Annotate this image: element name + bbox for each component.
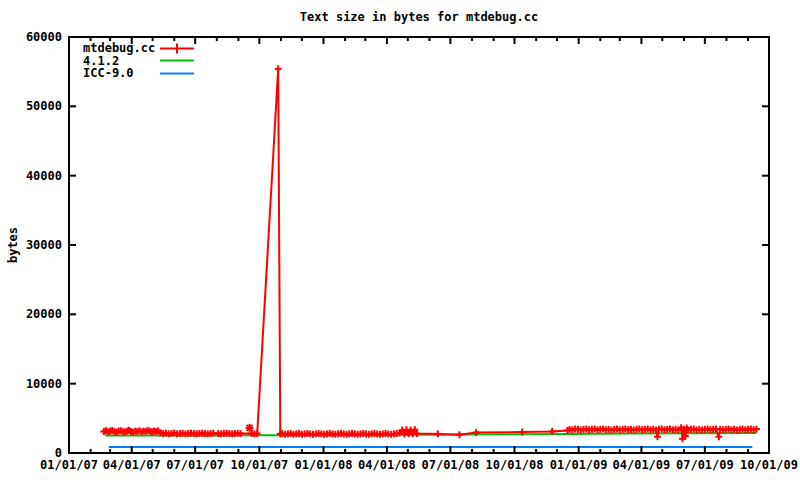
x-tick-label: 10/01/09 (740, 458, 798, 472)
x-tick-label: 01/01/07 (40, 458, 98, 472)
chart-title: Text size in bytes for mtdebug.cc (69, 10, 769, 24)
x-tick-label: 01/01/08 (295, 458, 353, 472)
y-axis-title: bytes (6, 227, 20, 263)
legend-sample-line (160, 42, 194, 55)
y-tick-label: 20000 (26, 307, 62, 321)
y-tick-label: 50000 (26, 99, 62, 113)
plot-border (69, 37, 769, 453)
x-tick-label: 10/01/07 (230, 458, 288, 472)
legend-sample-line (160, 67, 194, 80)
legend-item-0: mtdebug.cc (83, 42, 194, 55)
legend: mtdebug.cc4.1.2ICC-9.0 (83, 42, 194, 80)
x-tick-label: 07/01/08 (421, 458, 479, 472)
x-tick-label: 07/01/09 (676, 458, 734, 472)
y-tick-label: 40000 (26, 169, 62, 183)
x-tick-label: 04/01/08 (358, 458, 416, 472)
y-tick-label: 10000 (26, 377, 62, 391)
y-tick-label: 60000 (26, 30, 62, 44)
x-tick-label: 04/01/09 (613, 458, 671, 472)
legend-label: ICC-9.0 (83, 66, 160, 80)
x-tick-label: 01/01/09 (550, 458, 608, 472)
x-tick-label: 04/01/07 (103, 458, 161, 472)
x-tick-label: 10/01/08 (486, 458, 544, 472)
chart-canvas: 01/01/0704/01/0707/01/0710/01/0701/01/08… (0, 0, 800, 480)
legend-item-2: ICC-9.0 (83, 67, 194, 80)
series-line-mtdebug.cc (104, 69, 757, 439)
y-tick-label: 30000 (26, 238, 62, 252)
legend-item-1: 4.1.2 (83, 55, 194, 68)
y-tick-label: 0 (55, 446, 62, 460)
legend-sample-line (160, 54, 194, 67)
x-tick-label: 07/01/07 (166, 458, 224, 472)
